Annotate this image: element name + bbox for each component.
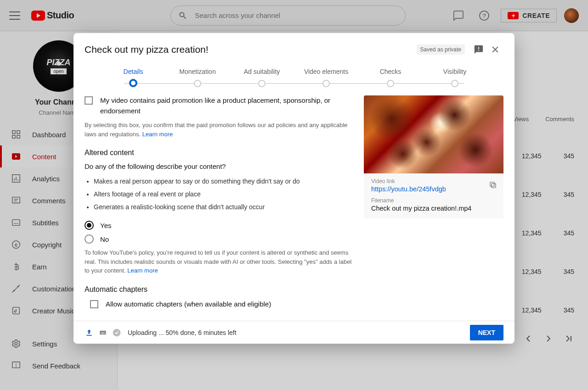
chapters-heading: Automatic chapters [85,285,353,294]
altered-bullets: Makes a real person appear to say or do … [85,175,353,213]
stepper: Details Monetization Ad suitability Vide… [74,64,514,91]
video-link-label: Video link [371,178,496,184]
altered-question: Do any of the following describe your co… [85,162,353,170]
auto-chapters-label: Allow automatic chapters (when available… [106,299,271,310]
altered-learn-more[interactable]: Learn more [127,267,158,274]
video-preview-card: Video link https://youtu.be/245fvdgb Fil… [364,95,503,218]
svg-rect-28 [478,47,479,50]
altered-policy-help: To follow YouTube's policy, you're requi… [85,248,353,275]
paid-promo-help: By selecting this box, you confirm that … [85,121,353,139]
step-checks[interactable]: Checks [358,68,423,91]
step-video-elements[interactable]: Video elements [294,68,358,91]
paid-promotion-label: My video contains paid promotion like a … [100,95,353,116]
modal-footer: SD Uploading ... 50% done, 6 minutes lef… [74,321,514,344]
svg-rect-29 [478,50,479,51]
feedback-icon[interactable] [470,41,487,58]
svg-text:SD: SD [101,331,105,334]
step-visibility[interactable]: Visibility [423,68,487,91]
check-circle-icon [112,328,121,337]
filename-label: Filename [371,197,496,204]
video-thumbnail[interactable] [364,95,503,173]
next-button[interactable]: NEXT [470,325,503,340]
close-icon[interactable] [487,41,503,58]
upload-status: Uploading ... 50% done, 6 minutes left [128,329,237,336]
filename-value: Check out my pizza creation!.mp4 [371,205,496,212]
video-link[interactable]: https://youtu.be/245fvdgb [371,185,496,193]
svg-point-35 [113,329,121,336]
svg-rect-32 [86,335,92,336]
modal-title: Check out my pizza creation! [85,44,417,55]
paid-promo-learn-more[interactable]: Learn more [142,131,173,138]
upload-icon [85,328,94,337]
auto-chapters-checkbox[interactable] [90,300,98,308]
altered-heading: Altered content [85,149,353,157]
altered-radio-yes[interactable] [85,221,94,230]
sd-icon: SD [98,328,107,337]
upload-modal: Check out my pizza creation! Saved as pr… [74,33,514,344]
step-ad-suitability[interactable]: Ad suitability [230,68,294,91]
step-monetization[interactable]: Monetization [165,68,230,91]
copy-link-icon[interactable] [489,181,497,189]
paid-promotion-checkbox[interactable] [85,96,93,105]
svg-rect-30 [492,184,496,188]
altered-radio-no[interactable] [85,234,94,244]
saved-badge: Saved as private [417,45,465,55]
svg-rect-31 [490,182,494,186]
step-details[interactable]: Details [101,68,165,91]
